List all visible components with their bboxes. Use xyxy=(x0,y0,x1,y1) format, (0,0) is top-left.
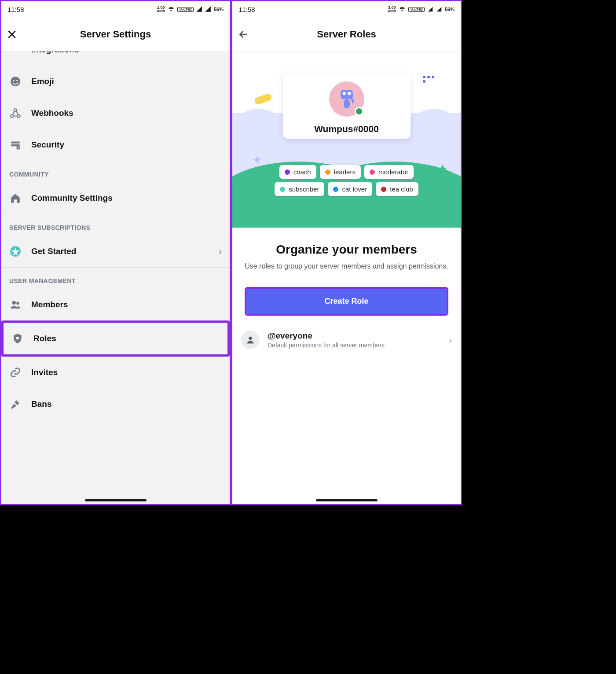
settings-list[interactable]: Integrations Emoji Webhooks Security COM… xyxy=(1,52,230,504)
nav-handle xyxy=(316,499,378,501)
app-header: Server Settings xyxy=(1,17,230,52)
gamepad-icon xyxy=(9,52,22,56)
page-title: Server Settings xyxy=(1,29,230,40)
volte-icon: VoLTE2 xyxy=(408,7,425,12)
role-badge: tea club xyxy=(376,182,418,196)
emoji-icon xyxy=(9,75,22,88)
role-badge: subscriber xyxy=(275,182,324,196)
role-badge: coach xyxy=(279,165,316,179)
signal-icon xyxy=(196,6,202,12)
page-title: Server Roles xyxy=(232,29,461,40)
screenshot-server-roles: 11:58 3.00KB/S VoLTE2 56% Server Roles ✦… xyxy=(231,0,462,505)
item-label: Webhooks xyxy=(31,108,73,118)
webhook-icon xyxy=(9,107,22,119)
nav-handle xyxy=(85,499,147,501)
star-icon xyxy=(9,245,22,258)
volte-icon: VoLTE2 xyxy=(177,7,194,12)
members-icon xyxy=(9,298,22,311)
settings-item-get-started[interactable]: Get Started › xyxy=(1,236,230,267)
clock: 11:58 xyxy=(7,6,24,13)
member-name: Wumpus#0000 xyxy=(314,124,379,134)
role-badge: moderator xyxy=(364,165,414,179)
link-icon xyxy=(9,366,22,379)
status-dot xyxy=(355,107,363,116)
item-label: Security xyxy=(31,140,64,150)
svg-rect-14 xyxy=(342,92,345,95)
item-label: Roles xyxy=(33,334,56,343)
sparkle-icon: ✦ xyxy=(437,162,447,176)
create-role-button[interactable]: Create Role xyxy=(246,289,447,314)
status-bar: 11:58 1.00KB/S VoLTE2 56% xyxy=(1,1,230,17)
item-label: Community Settings xyxy=(31,193,113,203)
settings-item-roles[interactable]: Roles xyxy=(4,323,227,354)
clock: 11:58 xyxy=(238,6,255,13)
chevron-right-icon: › xyxy=(449,335,452,345)
svg-point-17 xyxy=(249,337,252,340)
house-icon xyxy=(9,192,22,204)
settings-item-members[interactable]: Members xyxy=(1,289,230,320)
role-subtitle: Default permissions for all server membe… xyxy=(268,342,441,349)
signal-icon xyxy=(427,6,433,12)
highlight-create-role: Create Role xyxy=(245,287,448,316)
hammer-icon xyxy=(9,398,22,410)
wifi-icon xyxy=(399,6,406,13)
intro-section: Organize your members Use roles to group… xyxy=(232,228,461,281)
settings-item-bans[interactable]: Bans xyxy=(1,388,230,420)
member-card: Wumpus#0000 xyxy=(283,74,411,139)
settings-item-webhooks[interactable]: Webhooks xyxy=(1,97,230,129)
item-label: Members xyxy=(31,300,68,309)
item-label: Emoji xyxy=(31,77,54,86)
settings-item-emoji[interactable]: Emoji xyxy=(1,66,230,97)
settings-item-security[interactable]: Security xyxy=(1,129,230,161)
screenshot-server-settings: 11:58 1.00KB/S VoLTE2 56% Server Setting… xyxy=(0,0,231,505)
item-label: Invites xyxy=(31,368,58,377)
item-label: Integrations xyxy=(31,52,79,55)
decoration-pill xyxy=(253,93,272,106)
section-header-user-management: USER MANAGEMENT xyxy=(1,268,230,289)
battery-text: 56% xyxy=(445,7,455,12)
wifi-icon xyxy=(168,6,175,13)
svg-point-12 xyxy=(16,337,19,340)
settings-item-community-settings[interactable]: Community Settings xyxy=(1,182,230,214)
item-label: Get Started xyxy=(31,247,76,256)
highlight-roles: Roles xyxy=(1,320,230,357)
security-icon xyxy=(9,139,22,151)
section-header-community: COMMUNITY xyxy=(1,161,230,182)
shield-icon xyxy=(11,332,24,345)
role-row-everyone[interactable]: @everyone Default permissions for all se… xyxy=(232,319,461,361)
section-header-subscriptions: SERVER SUBSCRIPTIONS xyxy=(1,214,230,236)
intro-title: Organize your members xyxy=(245,243,448,257)
settings-item-invites[interactable]: Invites xyxy=(1,357,230,388)
item-label: Bans xyxy=(31,399,51,409)
roles-content[interactable]: ✦ ✦ Wumpus#0000 coachleadersmoderatorsub… xyxy=(232,52,461,504)
back-button[interactable] xyxy=(238,29,249,40)
svg-rect-15 xyxy=(348,92,351,95)
role-badges: coachleadersmoderatorsubscribercat lover… xyxy=(259,165,435,196)
svg-point-11 xyxy=(16,302,19,305)
role-badge: cat lover xyxy=(328,182,372,196)
svg-rect-16 xyxy=(344,99,350,108)
person-icon xyxy=(241,331,260,349)
signal-icon xyxy=(436,6,442,12)
svg-rect-6 xyxy=(11,141,20,143)
svg-point-1 xyxy=(13,80,15,81)
svg-point-10 xyxy=(12,301,16,305)
close-button[interactable] xyxy=(7,29,17,40)
status-bar: 11:58 3.00KB/S VoLTE2 56% xyxy=(232,1,461,17)
hero-illustration: ✦ ✦ Wumpus#0000 coachleadersmoderatorsub… xyxy=(232,52,461,228)
role-name: @everyone xyxy=(268,331,441,341)
signal-icon xyxy=(205,6,211,12)
avatar xyxy=(329,81,364,117)
role-badge: leaders xyxy=(320,165,361,179)
battery-text: 56% xyxy=(214,7,224,12)
app-header: Server Roles xyxy=(232,17,461,52)
settings-item-integrations[interactable]: Integrations xyxy=(1,52,230,66)
decoration-dots xyxy=(423,76,434,83)
intro-subtitle: Use roles to group your server members a… xyxy=(245,261,448,271)
chevron-right-icon: › xyxy=(219,247,222,257)
svg-point-2 xyxy=(16,80,18,81)
